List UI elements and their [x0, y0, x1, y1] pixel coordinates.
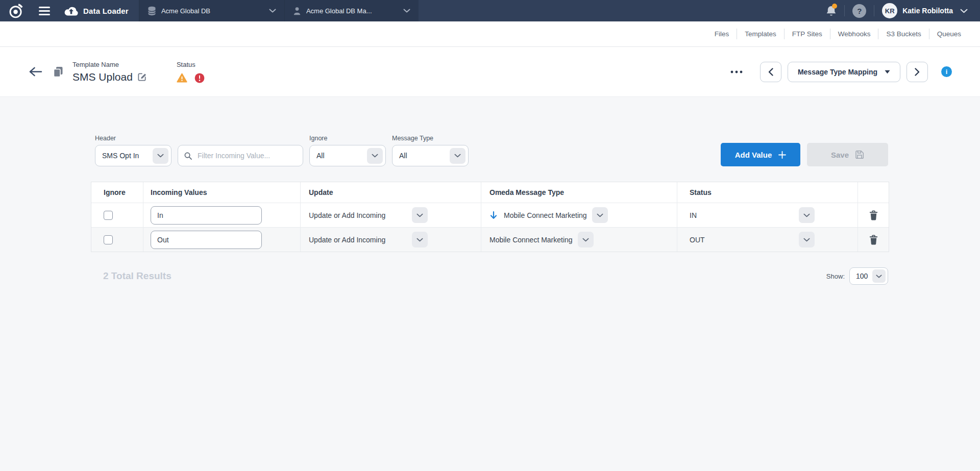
mapping-table: Ignore Incoming Values Update Omeda Mess…: [91, 182, 889, 252]
profile-selector[interactable]: Acme Global DB Ma...: [285, 0, 419, 21]
error-icon: [194, 73, 205, 83]
template-name-block: Template Name SMS Upload: [72, 61, 147, 83]
database-icon: [148, 6, 156, 16]
ignore-filter-select[interactable]: All: [309, 145, 386, 166]
nav-link-templates[interactable]: Templates: [737, 29, 784, 39]
delete-row-trash-icon[interactable]: [867, 233, 880, 247]
chevron-down-icon[interactable]: [578, 232, 594, 247]
column-header-update: Update: [301, 182, 481, 203]
nav-link-files[interactable]: Files: [707, 29, 737, 39]
profile-selector-label: Acme Global DB Ma...: [306, 7, 398, 15]
step-selector-dropdown[interactable]: Message Type Mapping: [788, 62, 900, 82]
info-icon[interactable]: i: [941, 66, 952, 77]
chevron-down-icon[interactable]: [412, 207, 428, 223]
update-select-value: Update or Add Incoming: [309, 211, 412, 219]
header-filter-value: SMS Opt In: [102, 152, 139, 160]
modified-down-arrow-icon: [489, 211, 498, 220]
person-icon: [293, 7, 301, 15]
template-name-label: Template Name: [72, 61, 147, 68]
delete-row-trash-icon[interactable]: [867, 208, 880, 222]
app-home[interactable]: Data Loader: [64, 6, 139, 16]
notification-dot: [832, 4, 837, 9]
back-arrow-icon[interactable]: [28, 66, 43, 78]
next-step-button[interactable]: [906, 62, 928, 82]
incoming-value-search: [178, 145, 303, 166]
message-type-filter-value: All: [399, 152, 407, 160]
database-selector[interactable]: Acme Global DB: [139, 0, 284, 21]
incoming-value-input[interactable]: [151, 231, 262, 249]
page-size-value: 100: [856, 272, 868, 280]
save-label: Save: [831, 151, 849, 159]
header-filter-label: Header: [95, 135, 172, 142]
search-input[interactable]: [197, 151, 297, 160]
cloud-upload-icon: [64, 6, 78, 16]
chevron-down-icon[interactable]: [450, 148, 465, 164]
ignore-checkbox[interactable]: [104, 235, 113, 244]
floppy-disk-icon: [855, 150, 864, 159]
column-header-status: Status: [677, 182, 858, 203]
chevron-down-icon[interactable]: [872, 269, 886, 283]
page-size-select[interactable]: 100: [849, 267, 888, 285]
message-type-filter-label: Message Type: [392, 135, 469, 142]
column-header-omeda-message-type: Omeda Message Type: [481, 182, 677, 203]
chevron-down-icon[interactable]: [799, 207, 815, 223]
more-options-icon[interactable]: [728, 70, 745, 73]
filter-bar: Header SMS Opt In Ignore All: [95, 135, 888, 166]
secondary-nav: Files Templates FTP Sites Webhooks S3 Bu…: [0, 21, 980, 47]
message-type-filter-select[interactable]: All: [392, 145, 469, 166]
chevron-down-icon[interactable]: [799, 232, 815, 247]
chevron-down-icon[interactable]: [153, 148, 168, 164]
table-header-row: Ignore Incoming Values Update Omeda Mess…: [91, 182, 889, 203]
previous-step-button[interactable]: [760, 62, 781, 82]
update-select-value: Update or Add Incoming: [309, 236, 412, 244]
table-footer: 2 Total Results Show: 100: [103, 267, 888, 285]
search-icon: [184, 152, 192, 160]
incoming-value-input[interactable]: [151, 206, 262, 225]
help-icon[interactable]: ?: [852, 4, 866, 18]
copy-icon[interactable]: [53, 66, 63, 78]
database-selector-label: Acme Global DB: [161, 7, 264, 15]
total-results: 2 Total Results: [103, 270, 172, 282]
show-label: Show:: [826, 272, 845, 280]
header-filter-select[interactable]: SMS Opt In: [95, 145, 172, 166]
edit-pencil-icon[interactable]: [137, 72, 147, 82]
status-block: Status: [177, 61, 205, 83]
omeda-logo-icon[interactable]: [5, 3, 27, 19]
column-header-incoming-values: Incoming Values: [143, 182, 301, 203]
page-header: Template Name SMS Upload Status: [0, 47, 980, 97]
add-value-label: Add Value: [735, 151, 772, 159]
save-button[interactable]: Save: [807, 143, 888, 166]
chevron-down-icon[interactable]: [592, 207, 608, 223]
plus-icon: [778, 151, 786, 159]
avatar[interactable]: KR: [882, 3, 897, 18]
nav-link-webhooks[interactable]: Webhooks: [830, 29, 878, 39]
menu-icon[interactable]: [37, 5, 52, 17]
nav-link-queues[interactable]: Queues: [929, 29, 969, 39]
table-row: Update or Add Incoming Mobile Connect Ma…: [91, 203, 889, 227]
column-header-actions: [858, 182, 889, 203]
status-select-value: IN: [690, 211, 799, 219]
app-title: Data Loader: [83, 7, 129, 15]
status-select-value: OUT: [690, 236, 799, 244]
add-value-button[interactable]: Add Value: [721, 143, 800, 166]
divider: [844, 5, 845, 16]
user-name[interactable]: Katie Robilotta: [902, 7, 953, 15]
ignore-checkbox[interactable]: [104, 211, 113, 220]
user-menu-chevron-icon[interactable]: [960, 9, 968, 13]
page-title: SMS Upload: [72, 71, 133, 83]
ignore-filter-value: All: [316, 152, 325, 160]
omeda-message-type-value: Mobile Connect Marketing: [489, 236, 578, 244]
ignore-filter-label: Ignore: [309, 135, 386, 142]
chevron-down-icon: [403, 9, 410, 13]
table-row: Update or Add Incoming Mobile Connect Ma…: [91, 227, 889, 252]
caret-down-icon: [885, 70, 890, 74]
chevron-down-icon[interactable]: [367, 148, 383, 164]
column-header-ignore: Ignore: [91, 182, 143, 203]
step-selector-label: Message Type Mapping: [798, 68, 877, 76]
nav-link-ftp-sites[interactable]: FTP Sites: [784, 29, 830, 39]
notifications-bell-icon[interactable]: [826, 5, 837, 17]
nav-link-s3-buckets[interactable]: S3 Buckets: [878, 29, 928, 39]
status-label: Status: [177, 61, 205, 68]
chevron-down-icon[interactable]: [412, 232, 428, 247]
chevron-down-icon: [269, 9, 276, 13]
